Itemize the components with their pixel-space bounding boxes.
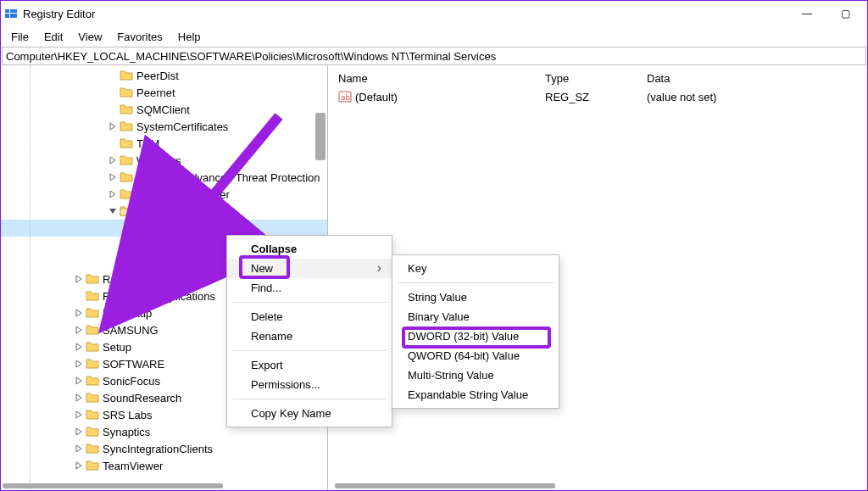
tree-item-label: SonicFocus <box>103 375 160 388</box>
folder-icon <box>86 340 99 354</box>
titlebar: Registry Editor — ▢ <box>1 1 867 26</box>
tree-twisty-icon[interactable] <box>123 224 136 232</box>
folder-icon <box>120 204 133 218</box>
tree-item[interactable]: Peernet <box>1 84 327 101</box>
menu-view[interactable]: View <box>71 29 108 45</box>
tree-twisty-icon[interactable] <box>140 241 153 249</box>
tree-item-label: RegisteredApplications <box>103 290 215 303</box>
tree-twisty-icon[interactable] <box>72 326 86 334</box>
tree-item-label: SAMSUNG <box>103 324 159 337</box>
tree-twisty-icon[interactable] <box>106 122 120 131</box>
folder-icon <box>120 120 133 133</box>
context-permissions[interactable]: Permissions... <box>227 375 392 394</box>
context-new[interactable]: New <box>227 259 392 278</box>
context-export[interactable]: Export <box>227 355 392 375</box>
tree-twisty-icon[interactable] <box>106 156 120 165</box>
tree-item[interactable]: Windows Advanced Threat Protection <box>1 169 327 186</box>
address-bar[interactable]: Computer\HKEY_LOCAL_MACHINE\SOFTWARE\Pol… <box>2 47 866 65</box>
folder-icon <box>86 425 99 438</box>
svg-text:ab: ab <box>341 93 350 102</box>
new-dword-value[interactable]: DWORD (32-bit) Value <box>392 326 559 346</box>
tree-twisty-icon[interactable] <box>72 309 86 317</box>
menu-favorites[interactable]: Favorites <box>110 29 169 45</box>
tree-item[interactable]: TeamViewer <box>1 457 327 474</box>
folder-icon <box>136 221 150 235</box>
tree-item[interactable]: SystemCertificates <box>1 118 327 135</box>
tree-twisty-icon[interactable] <box>72 343 86 351</box>
tree-item[interactable]: SQMClient <box>1 101 327 118</box>
new-string-value[interactable]: String Value <box>392 287 559 307</box>
column-type-header[interactable]: Type <box>542 72 643 85</box>
divider <box>398 282 554 283</box>
value-name: (Default) <box>355 91 398 103</box>
address-text: Computer\HKEY_LOCAL_MACHINE\SOFTWARE\Pol… <box>6 50 496 63</box>
tree-twisty-icon[interactable] <box>106 190 120 198</box>
tree-item[interactable]: TPM <box>1 135 327 152</box>
context-find[interactable]: Find... <box>227 278 392 298</box>
folder-icon <box>86 306 99 320</box>
tree-twisty-icon[interactable] <box>72 377 86 385</box>
context-delete[interactable]: Delete <box>227 307 392 326</box>
reg-string-icon: ab <box>338 90 352 103</box>
tree-item[interactable]: Windows Defender <box>1 186 327 203</box>
context-collapse[interactable]: Collapse <box>227 239 392 259</box>
tree-twisty-icon[interactable] <box>72 275 86 283</box>
context-menu[interactable]: Collapse New Find... Delete Rename Expor… <box>226 235 392 427</box>
tree-item[interactable]: SyncIntegrationClients <box>1 440 327 457</box>
menu-file[interactable]: File <box>4 29 36 45</box>
menu-edit[interactable]: Edit <box>37 29 70 45</box>
tree-item-label: TeamViewer <box>103 460 163 472</box>
tree-item[interactable]: Terminal Services <box>1 220 327 237</box>
maximize-button[interactable]: ▢ <box>826 3 864 24</box>
folder-icon <box>86 357 99 371</box>
tree-item[interactable]: Windows <box>1 152 327 169</box>
tree-item[interactable]: Windows NT <box>1 203 327 220</box>
value-type: REG_SZ <box>542 91 643 103</box>
tree-item-label: Windows Advanced Threat Protection <box>136 171 320 184</box>
tree-item-label: SOFTWARE <box>103 358 164 371</box>
folder-icon <box>120 187 133 201</box>
new-submenu[interactable]: Key String Value Binary Value DWORD (32-… <box>392 254 559 409</box>
divider <box>232 399 387 399</box>
tree-item-label: SystemCertificates <box>136 120 228 133</box>
new-key[interactable]: Key <box>392 259 559 278</box>
tree-item-label: RTLSetup <box>103 307 152 320</box>
minimize-button[interactable]: — <box>788 3 826 24</box>
folder-icon <box>120 86 133 99</box>
new-binary-value[interactable]: Binary Value <box>392 307 559 326</box>
tree-item-label: SyncIntegrationClients <box>103 443 213 455</box>
context-rename[interactable]: Rename <box>227 326 392 346</box>
svg-rect-3 <box>10 14 17 18</box>
new-qword-value[interactable]: QWORD (64-bit) Value <box>392 346 559 365</box>
folder-icon <box>120 170 133 184</box>
tree-twisty-icon[interactable] <box>72 427 86 436</box>
list-header[interactable]: Name Type Data <box>335 69 860 87</box>
tree-item-label: PeerDist <box>136 70 179 82</box>
app-icon <box>4 7 18 20</box>
tree-item-label: Client <box>170 239 198 252</box>
tree-twisty-icon[interactable] <box>106 207 120 215</box>
tree-twisty-icon[interactable] <box>106 173 120 181</box>
new-multi-string-value[interactable]: Multi-String Value <box>392 365 559 385</box>
tree-twisty-icon[interactable] <box>72 360 86 368</box>
svg-rect-0 <box>5 9 9 13</box>
list-row[interactable]: ab(Default)REG_SZ(value not set) <box>335 87 860 106</box>
folder-icon <box>86 391 99 405</box>
tree-item-label: SRS Labs <box>103 409 153 421</box>
folder-icon <box>153 238 167 252</box>
tree-twisty-icon[interactable] <box>72 410 86 419</box>
tree-twisty-icon[interactable] <box>72 444 86 453</box>
values-horizontal-scrollbar[interactable] <box>335 482 860 490</box>
tree-twisty-icon[interactable] <box>72 393 86 402</box>
divider <box>232 302 387 303</box>
column-data-header[interactable]: Data <box>643 72 860 85</box>
tree-twisty-icon[interactable] <box>72 461 86 470</box>
tree-item-label: Windows File Pro <box>136 256 222 269</box>
column-name-header[interactable]: Name <box>335 72 542 85</box>
new-expandable-string-value[interactable]: Expandable String Value <box>392 385 559 405</box>
context-copy-key-name[interactable]: Copy Key Name <box>227 404 392 423</box>
tree-horizontal-scrollbar[interactable] <box>1 482 327 490</box>
tree-item[interactable]: PeerDist <box>1 67 327 84</box>
svg-rect-1 <box>10 9 17 13</box>
menu-help[interactable]: Help <box>171 29 208 45</box>
